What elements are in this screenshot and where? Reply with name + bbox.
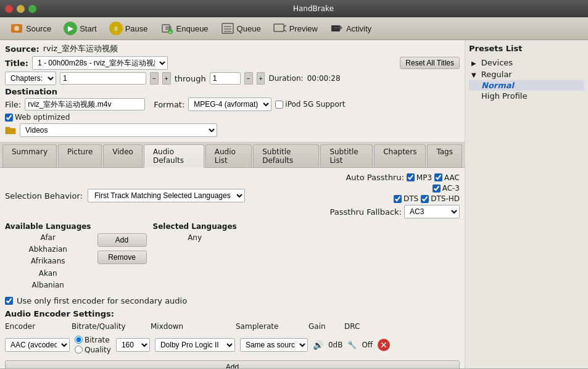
tab-audio-list[interactable]: Audio List <box>205 144 252 167</box>
selection-behavior-select[interactable]: First Track Matching Selected Languages <box>88 189 245 202</box>
bitrate-radio[interactable] <box>75 336 83 344</box>
add-language-button[interactable]: Add <box>97 233 147 247</box>
destination-label: Destination <box>5 87 460 96</box>
folder-icon <box>5 125 16 135</box>
start-button[interactable]: ▶ Start <box>59 20 101 37</box>
web-optimized-checkbox[interactable] <box>5 114 13 122</box>
dts-row: DTS DTS-HD <box>394 194 460 203</box>
preview-button[interactable]: Preview <box>268 20 323 37</box>
sidebar-item-normal[interactable]: Normal <box>469 80 584 91</box>
tab-chapters[interactable]: Chapters <box>374 144 426 167</box>
activity-button[interactable]: Activity <box>325 20 376 37</box>
list-item: Akan <box>5 268 91 280</box>
titlebar: HandBrake <box>0 0 588 17</box>
svg-text:+: + <box>168 30 172 35</box>
source-icon <box>10 22 23 35</box>
source-label: Source <box>26 24 51 33</box>
chapters-to-minus[interactable]: − <box>244 72 253 85</box>
ipod-support-checkbox[interactable] <box>275 101 283 109</box>
devices-label: Devices <box>481 58 513 67</box>
tab-audio-defaults[interactable]: Audio Defaults <box>144 144 204 168</box>
title-select[interactable]: 1 - 00h00m28s - rviz_室外车运动视频 <box>32 56 168 70</box>
chapters-to-input[interactable] <box>210 72 241 85</box>
gain-icon: 🔊 <box>313 340 323 350</box>
tab-video[interactable]: Video <box>103 144 143 167</box>
duration-label: Duration: <box>268 74 303 83</box>
list-item: Afar <box>5 232 91 244</box>
encoder-select[interactable]: AAC (avcodec) <box>5 338 70 352</box>
chapters-from-plus[interactable]: + <box>162 72 171 85</box>
chapters-to-plus[interactable]: + <box>257 72 265 85</box>
chapters-from-input[interactable] <box>60 72 146 85</box>
tab-picture[interactable]: Picture <box>58 144 102 167</box>
enqueue-label: Enqueue <box>176 24 209 33</box>
title-label: Title: <box>5 59 28 68</box>
bitrate-quality-group: Bitrate Quality <box>75 336 111 354</box>
through-label: through <box>175 74 206 83</box>
use-first-encoder-checkbox[interactable] <box>5 297 13 305</box>
sidebar-item-high-profile[interactable]: High Profile <box>469 91 584 101</box>
web-opt-row: Web optimized <box>5 113 460 122</box>
aac-checkbox[interactable] <box>434 173 442 181</box>
auto-passthru-section: Auto Passthru: MP3 AAC <box>329 173 460 218</box>
remove-language-button[interactable]: Remove <box>97 251 147 264</box>
queue-button[interactable]: Queue <box>216 20 266 37</box>
delete-encoder-button[interactable]: ✕ <box>378 339 390 351</box>
dts-checkbox[interactable] <box>394 195 402 203</box>
col-mixdown: Mixdown <box>151 322 231 331</box>
chapters-from-minus[interactable]: − <box>150 72 159 85</box>
quality-radio[interactable] <box>75 346 83 354</box>
start-icon: ▶ <box>64 22 77 35</box>
ac3-label: AC-3 <box>433 184 460 193</box>
chapters-select[interactable]: Chapters: <box>5 72 56 85</box>
devices-arrow-icon: ▶ <box>471 60 476 67</box>
ac3-checkbox[interactable] <box>433 184 441 193</box>
reset-all-titles-button[interactable]: Reset All Titles <box>400 57 460 69</box>
mp3-checkbox[interactable] <box>407 173 415 181</box>
title-row: Title: 1 - 00h00m28s - rviz_室外车运动视频 Rese… <box>5 56 460 70</box>
encoder-settings-label: Audio Encoder Settings: <box>5 309 460 318</box>
source-value: rviz_室外车运动视频 <box>43 43 118 54</box>
quality-radio-label: Quality <box>75 346 111 354</box>
samplerate-select[interactable]: Same as source <box>240 338 308 352</box>
add-encoder-button[interactable]: Add <box>5 360 460 368</box>
tab-subtitle-defaults[interactable]: Subtitle Defaults <box>253 144 319 167</box>
selection-behavior-row: Selection Behavior: First Track Matching… <box>5 173 460 218</box>
bitrate-select[interactable]: 160 <box>116 338 150 352</box>
sidebar-item-devices[interactable]: ▶ Devices <box>469 57 584 68</box>
folder-select[interactable]: Videos <box>20 123 217 137</box>
minimize-button[interactable] <box>17 5 25 13</box>
pause-button[interactable]: ⏸ Pause <box>104 20 153 37</box>
format-label: Format: <box>154 100 184 109</box>
list-item: Albanian <box>5 280 91 291</box>
file-input[interactable] <box>25 98 145 110</box>
mixdown-select[interactable]: Dolby Pro Logic II <box>155 338 235 352</box>
high-profile-label: High Profile <box>481 91 527 101</box>
col-drc: DRC <box>344 322 360 331</box>
source-button[interactable]: Source <box>5 20 56 37</box>
format-select[interactable]: MPEG-4 (avformat) <box>188 97 271 111</box>
enqueue-button[interactable]: + Enqueue <box>155 20 213 37</box>
drc-value: Off <box>362 341 373 349</box>
svg-point-1 <box>14 26 19 31</box>
dts-hd-checkbox[interactable] <box>421 195 429 203</box>
tab-subtitle-list[interactable]: Subtitle List <box>320 144 373 167</box>
close-button[interactable] <box>5 5 13 13</box>
col-gain: Gain <box>308 322 339 331</box>
col-samplerate: Samplerate <box>236 322 304 331</box>
aac-label: AAC <box>434 173 460 182</box>
presets-title: Presets List <box>469 44 584 53</box>
selected-languages-value: Any <box>153 232 237 244</box>
selected-languages-header: Selected Languages <box>153 222 237 231</box>
maximize-button[interactable] <box>28 5 36 13</box>
tab-tags[interactable]: Tags <box>427 144 462 167</box>
gain-value: 0dB <box>328 341 342 349</box>
languages-section: Available Languages Afar Abkhazian Afrik… <box>5 222 460 291</box>
passthru-fallback-select[interactable]: AC3 <box>404 205 460 218</box>
pause-icon: ⏸ <box>109 22 123 35</box>
list-item: Afrikaans <box>5 255 91 267</box>
sidebar: Presets List ▶ Devices ▼ Regular Normal … <box>465 40 588 368</box>
sidebar-item-regular[interactable]: ▼ Regular <box>469 68 584 80</box>
tab-summary[interactable]: Summary <box>2 144 57 167</box>
main-container: Source: rviz_室外车运动视频 Title: 1 - 00h00m28… <box>0 40 588 368</box>
